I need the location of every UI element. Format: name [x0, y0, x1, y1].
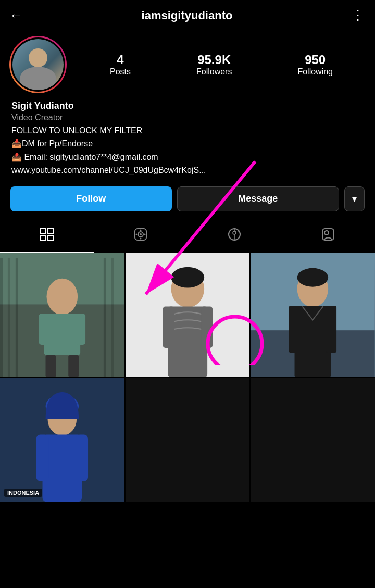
svg-rect-0	[41, 228, 46, 233]
avatar	[11, 37, 65, 92]
svg-point-33	[171, 267, 204, 287]
svg-rect-23	[75, 314, 85, 345]
svg-rect-22	[39, 314, 49, 345]
tab-tagged[interactable]	[281, 220, 375, 253]
grid-cell-6	[251, 378, 375, 502]
svg-rect-30	[111, 258, 114, 377]
svg-point-12	[233, 231, 236, 234]
bio-line-2: 📥DM for Pp/Endorse	[11, 138, 364, 149]
stat-posts[interactable]: 4 Posts	[110, 53, 131, 77]
svg-rect-28	[16, 258, 18, 377]
bio-line-1: FOLLOW TO UNLOCK MY FILTER	[11, 125, 364, 136]
grid-cell-4[interactable]: INDONESIA	[0, 378, 124, 502]
action-buttons: Follow Message ▾	[9, 186, 366, 211]
reels-icon	[134, 228, 147, 244]
more-options-button[interactable]: ⋮	[351, 7, 366, 23]
following-label: Following	[297, 67, 333, 77]
svg-rect-25	[68, 355, 79, 377]
indonesia-badge: INDONESIA	[4, 489, 42, 497]
svg-point-7	[140, 237, 142, 239]
svg-text:✦: ✦	[236, 229, 240, 233]
tagged-icon	[321, 228, 335, 244]
message-button[interactable]: Message	[177, 186, 340, 211]
tab-filter[interactable]: ✦	[188, 220, 281, 253]
svg-rect-29	[104, 258, 106, 377]
svg-rect-3	[48, 235, 53, 241]
svg-point-9	[144, 233, 146, 235]
svg-rect-36	[201, 306, 213, 348]
dropdown-button[interactable]: ▾	[344, 186, 365, 211]
svg-point-20	[46, 278, 78, 315]
avatar-image	[12, 39, 64, 90]
bio-line-3: 📥 Email: sigityudianto7**4@gmail.com	[11, 152, 364, 163]
grid-cell-1[interactable]	[0, 253, 124, 377]
svg-point-17	[324, 231, 329, 235]
grid-cell-2[interactable]	[126, 253, 250, 377]
svg-point-10	[140, 233, 142, 235]
svg-point-40	[297, 268, 329, 286]
posts-label: Posts	[110, 67, 131, 77]
profile-tabs: ✦	[0, 220, 375, 253]
header-username: iamsigityudianto	[28, 9, 346, 22]
svg-point-8	[136, 233, 138, 235]
bio-section: Sigit Yudianto Video Creator FOLLOW TO U…	[9, 101, 366, 178]
grid-cell-5	[126, 378, 250, 502]
svg-rect-35	[162, 306, 174, 348]
svg-rect-21	[44, 314, 81, 355]
stat-following[interactable]: 950 Following	[297, 53, 333, 77]
profile-role: Video Creator	[11, 113, 364, 122]
svg-rect-26	[0, 258, 3, 377]
svg-rect-42	[289, 306, 299, 353]
profile-name: Sigit Yudianto	[11, 101, 364, 111]
svg-rect-24	[46, 355, 56, 377]
tab-grid[interactable]	[0, 220, 94, 253]
header: ← iamsigityudianto ⋮	[0, 0, 375, 31]
stats-wrap: 4 Posts 95.9K Followers 950 Following	[77, 53, 366, 77]
svg-rect-43	[327, 306, 337, 353]
posts-count: 4	[117, 53, 123, 67]
followers-count: 95.9K	[197, 53, 231, 67]
bio-line-4: www.youtube.com/channel/UCJ_09dUgBcw4rKo…	[11, 165, 364, 176]
grid-cell-3[interactable]	[251, 253, 375, 377]
svg-rect-2	[41, 235, 46, 241]
profile-top: 4 Posts 95.9K Followers 950 Following	[9, 36, 366, 93]
photo-grid: INDONESIA	[0, 253, 375, 502]
profile-section: 4 Posts 95.9K Followers 950 Following Si…	[0, 31, 375, 215]
svg-point-6	[140, 229, 142, 231]
grid-icon	[40, 228, 54, 244]
svg-rect-1	[48, 228, 53, 233]
following-count: 950	[305, 53, 326, 67]
back-button[interactable]: ←	[9, 7, 23, 23]
page-wrapper: ← iamsigityudianto ⋮ 4 Posts 95.9K Follo…	[0, 0, 375, 502]
avatar-ring[interactable]	[9, 36, 67, 93]
svg-rect-27	[8, 258, 10, 377]
followers-label: Followers	[196, 67, 232, 77]
filter-icon: ✦	[228, 228, 241, 244]
tab-reels[interactable]	[94, 220, 188, 253]
stat-followers[interactable]: 95.9K Followers	[196, 53, 232, 77]
svg-rect-50	[76, 435, 88, 481]
svg-rect-41	[295, 306, 331, 377]
svg-rect-49	[36, 435, 49, 481]
follow-button[interactable]: Follow	[10, 186, 172, 211]
